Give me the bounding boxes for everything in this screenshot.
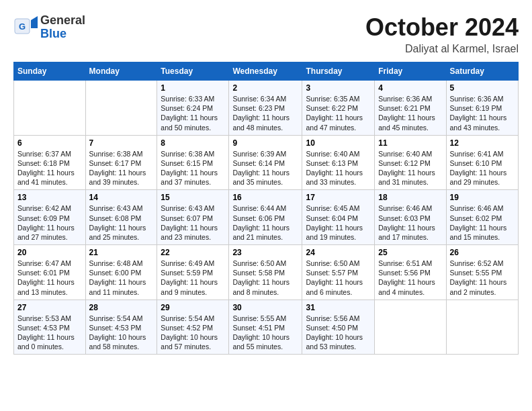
svg-text:G: G: [19, 21, 26, 32]
day-info: Sunrise: 6:41 AM Sunset: 6:10 PM Dayligh…: [450, 149, 515, 187]
day-info: Sunrise: 6:47 AM Sunset: 6:01 PM Dayligh…: [17, 259, 82, 297]
day-number: 8: [161, 138, 225, 148]
day-number: 9: [232, 138, 298, 148]
day-number: 13: [17, 193, 82, 202]
calendar-cell: 10Sunrise: 6:40 AM Sunset: 6:13 PM Dayli…: [302, 135, 375, 190]
day-info: Sunrise: 5:54 AM Sunset: 4:52 PM Dayligh…: [161, 314, 225, 352]
calendar-week-row: 13Sunrise: 6:42 AM Sunset: 6:09 PM Dayli…: [14, 190, 519, 245]
calendar-week-row: 20Sunrise: 6:47 AM Sunset: 6:01 PM Dayli…: [14, 245, 519, 300]
day-number: 28: [89, 303, 154, 312]
calendar-week-row: 1Sunrise: 6:33 AM Sunset: 6:24 PM Daylig…: [14, 81, 519, 136]
day-number: 27: [17, 303, 82, 312]
day-info: Sunrise: 6:45 AM Sunset: 6:04 PM Dayligh…: [306, 203, 371, 242]
calendar-cell: 27Sunrise: 5:53 AM Sunset: 4:53 PM Dayli…: [14, 300, 86, 355]
calendar-cell: 31Sunrise: 5:56 AM Sunset: 4:50 PM Dayli…: [302, 300, 375, 355]
day-number: 6: [17, 138, 82, 148]
day-number: 18: [378, 193, 442, 202]
calendar-cell: 14Sunrise: 6:43 AM Sunset: 6:08 PM Dayli…: [85, 190, 157, 245]
calendar-table: SundayMondayTuesdayWednesdayThursdayFrid…: [13, 62, 519, 355]
calendar-week-row: 27Sunrise: 5:53 AM Sunset: 4:53 PM Dayli…: [14, 300, 519, 355]
day-number: 1: [161, 83, 225, 93]
logo-icon: G: [13, 13, 39, 39]
logo-general: General: [40, 14, 85, 28]
day-info: Sunrise: 6:35 AM Sunset: 6:22 PM Dayligh…: [306, 94, 371, 132]
day-number: 25: [378, 248, 442, 257]
day-number: 23: [232, 248, 298, 257]
day-number: 5: [450, 83, 515, 93]
day-info: Sunrise: 6:50 AM Sunset: 5:57 PM Dayligh…: [306, 259, 371, 297]
day-info: Sunrise: 6:36 AM Sunset: 6:19 PM Dayligh…: [450, 94, 515, 132]
column-header-thursday: Thursday: [302, 62, 375, 81]
day-info: Sunrise: 6:46 AM Sunset: 6:02 PM Dayligh…: [450, 203, 515, 242]
calendar-cell: 16Sunrise: 6:44 AM Sunset: 6:06 PM Dayli…: [229, 190, 302, 245]
day-info: Sunrise: 6:52 AM Sunset: 5:55 PM Dayligh…: [450, 259, 515, 297]
day-number: 14: [89, 193, 154, 202]
calendar-cell: 1Sunrise: 6:33 AM Sunset: 6:24 PM Daylig…: [157, 81, 229, 136]
day-info: Sunrise: 6:43 AM Sunset: 6:07 PM Dayligh…: [161, 203, 225, 242]
day-number: 24: [306, 248, 371, 257]
logo: G General Blue: [13, 13, 85, 42]
calendar-cell: 24Sunrise: 6:50 AM Sunset: 5:57 PM Dayli…: [302, 245, 375, 300]
day-info: Sunrise: 6:51 AM Sunset: 5:56 PM Dayligh…: [378, 259, 442, 297]
location-title: Daliyat al Karmel, Israel: [365, 43, 519, 55]
day-number: 10: [306, 138, 371, 148]
month-title: October 2024: [365, 13, 519, 42]
calendar-cell: 19Sunrise: 6:46 AM Sunset: 6:02 PM Dayli…: [446, 190, 519, 245]
day-info: Sunrise: 5:56 AM Sunset: 4:50 PM Dayligh…: [306, 314, 371, 352]
day-info: Sunrise: 6:37 AM Sunset: 6:18 PM Dayligh…: [17, 149, 82, 187]
day-info: Sunrise: 6:48 AM Sunset: 6:00 PM Dayligh…: [89, 259, 154, 297]
day-info: Sunrise: 6:46 AM Sunset: 6:03 PM Dayligh…: [378, 203, 442, 242]
calendar-cell: 6Sunrise: 6:37 AM Sunset: 6:18 PM Daylig…: [14, 135, 86, 190]
calendar-cell: 2Sunrise: 6:34 AM Sunset: 6:23 PM Daylig…: [229, 81, 302, 136]
calendar-cell: [446, 300, 519, 355]
day-number: 17: [306, 193, 371, 202]
calendar-cell: 28Sunrise: 5:54 AM Sunset: 4:53 PM Dayli…: [85, 300, 157, 355]
day-info: Sunrise: 6:39 AM Sunset: 6:14 PM Dayligh…: [232, 149, 298, 187]
day-info: Sunrise: 6:40 AM Sunset: 6:13 PM Dayligh…: [306, 149, 371, 187]
calendar-cell: [85, 81, 157, 136]
day-info: Sunrise: 6:38 AM Sunset: 6:15 PM Dayligh…: [161, 149, 225, 187]
day-number: 11: [378, 138, 442, 148]
calendar-cell: 17Sunrise: 6:45 AM Sunset: 6:04 PM Dayli…: [302, 190, 375, 245]
day-number: 22: [161, 248, 225, 257]
calendar-cell: 7Sunrise: 6:38 AM Sunset: 6:17 PM Daylig…: [85, 135, 157, 190]
day-number: 15: [161, 193, 225, 202]
day-info: Sunrise: 6:38 AM Sunset: 6:17 PM Dayligh…: [89, 149, 154, 187]
day-info: Sunrise: 6:36 AM Sunset: 6:21 PM Dayligh…: [378, 94, 442, 132]
calendar-cell: 12Sunrise: 6:41 AM Sunset: 6:10 PM Dayli…: [446, 135, 519, 190]
calendar-cell: 5Sunrise: 6:36 AM Sunset: 6:19 PM Daylig…: [446, 81, 519, 136]
calendar-cell: 11Sunrise: 6:40 AM Sunset: 6:12 PM Dayli…: [375, 135, 446, 190]
day-number: 21: [89, 248, 154, 257]
calendar-header-row: SundayMondayTuesdayWednesdayThursdayFrid…: [14, 62, 519, 81]
calendar-cell: 13Sunrise: 6:42 AM Sunset: 6:09 PM Dayli…: [14, 190, 86, 245]
calendar-cell: 3Sunrise: 6:35 AM Sunset: 6:22 PM Daylig…: [302, 81, 375, 136]
day-number: 30: [232, 303, 298, 312]
calendar-cell: 22Sunrise: 6:49 AM Sunset: 5:59 PM Dayli…: [157, 245, 229, 300]
day-number: 26: [450, 248, 515, 257]
calendar-cell: 30Sunrise: 5:55 AM Sunset: 4:51 PM Dayli…: [229, 300, 302, 355]
column-header-friday: Friday: [375, 62, 446, 81]
day-info: Sunrise: 5:53 AM Sunset: 4:53 PM Dayligh…: [17, 314, 82, 352]
calendar-cell: 20Sunrise: 6:47 AM Sunset: 6:01 PM Dayli…: [14, 245, 86, 300]
day-number: 2: [232, 83, 298, 93]
calendar-cell: 8Sunrise: 6:38 AM Sunset: 6:15 PM Daylig…: [157, 135, 229, 190]
day-info: Sunrise: 6:43 AM Sunset: 6:08 PM Dayligh…: [89, 203, 154, 242]
day-number: 12: [450, 138, 515, 148]
calendar-cell: 4Sunrise: 6:36 AM Sunset: 6:21 PM Daylig…: [375, 81, 446, 136]
day-number: 4: [378, 83, 442, 93]
calendar-week-row: 6Sunrise: 6:37 AM Sunset: 6:18 PM Daylig…: [14, 135, 519, 190]
calendar-cell: 26Sunrise: 6:52 AM Sunset: 5:55 PM Dayli…: [446, 245, 519, 300]
calendar-body: 1Sunrise: 6:33 AM Sunset: 6:24 PM Daylig…: [14, 81, 519, 355]
day-info: Sunrise: 6:42 AM Sunset: 6:09 PM Dayligh…: [17, 203, 82, 242]
column-header-saturday: Saturday: [446, 62, 519, 81]
page-header: G General Blue October 2024 Daliyat al K…: [13, 13, 519, 55]
day-info: Sunrise: 5:54 AM Sunset: 4:53 PM Dayligh…: [89, 314, 154, 352]
day-info: Sunrise: 5:55 AM Sunset: 4:51 PM Dayligh…: [232, 314, 298, 352]
day-number: 31: [306, 303, 371, 312]
column-header-sunday: Sunday: [14, 62, 86, 81]
calendar-cell: 15Sunrise: 6:43 AM Sunset: 6:07 PM Dayli…: [157, 190, 229, 245]
day-info: Sunrise: 6:33 AM Sunset: 6:24 PM Dayligh…: [161, 94, 225, 132]
calendar-cell: 23Sunrise: 6:50 AM Sunset: 5:58 PM Dayli…: [229, 245, 302, 300]
title-block: October 2024 Daliyat al Karmel, Israel: [365, 13, 519, 55]
day-number: 7: [89, 138, 154, 148]
